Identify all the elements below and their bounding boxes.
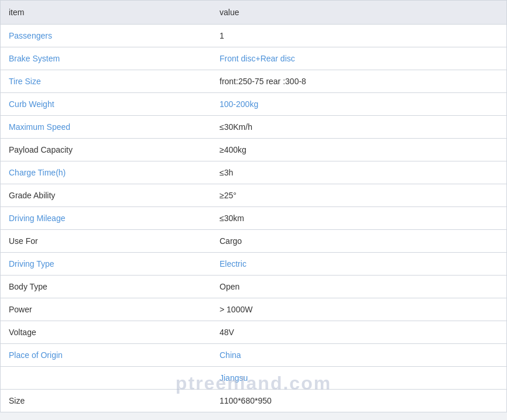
cell-value: > 1000W [211,298,506,321]
cell-value: ≥25° [211,184,506,207]
cell-item: Curb Weight [1,93,211,116]
table-row: Grade Ability≥25° [1,184,506,207]
cell-value: ≤30km [211,207,506,230]
cell-value: 1 [211,25,506,47]
cell-item: Grade Ability [1,184,211,207]
table-row: Voltage48V [1,321,506,344]
cell-item: Body Type [1,276,211,298]
table-row: Curb Weight100-200kg [1,93,506,116]
table-row: Tire Sizefront:250-75 rear :300-8 [1,70,506,93]
table-row: Use ForCargo [1,230,506,253]
cell-item: Charge Time(h) [1,161,211,184]
cell-value: Electric [211,253,506,276]
cell-item: Brake System [1,47,211,70]
table-row: Payload Capacity≥400kg [1,139,506,161]
cell-item: Voltage [1,321,211,344]
cell-item: Use For [1,230,211,253]
cell-item: Tire Size [1,70,211,93]
cell-item [1,367,211,390]
specs-table-container: ptreenland.com item value Passengers1Bra… [0,0,507,412]
cell-value: Front disc+Rear disc [211,47,506,70]
cell-value: China [211,344,506,367]
cell-value: 100-200kg [211,93,506,116]
header-value: value [211,1,506,25]
cell-value: Jiangsu [211,367,506,390]
cell-value: front:250-75 rear :300-8 [211,70,506,93]
cell-item: Maximum Speed [1,116,211,139]
header-item: item [1,1,211,25]
table-row: Driving TypeElectric [1,253,506,276]
table-row: Charge Time(h)≤3h [1,161,506,184]
table-row: Driving Mileage≤30km [1,207,506,230]
cell-value: ≤30Km/h [211,116,506,139]
cell-value: ≥400kg [211,139,506,161]
table-row: Power> 1000W [1,298,506,321]
table-row: Brake SystemFront disc+Rear disc [1,47,506,70]
cell-item: Driving Mileage [1,207,211,230]
table-row: Maximum Speed≤30Km/h [1,116,506,139]
cell-item: Driving Type [1,253,211,276]
table-row: Place of OriginChina [1,344,506,367]
table-row: Size1100*680*950 [1,390,506,412]
cell-value: ≤3h [211,161,506,184]
cell-item: Payload Capacity [1,139,211,161]
table-row: Passengers1 [1,25,506,47]
table-row: Body TypeOpen [1,276,506,298]
cell-item: Size [1,390,211,412]
cell-value: Cargo [211,230,506,253]
specs-table: item value Passengers1Brake SystemFront … [1,1,506,412]
cell-value: 48V [211,321,506,344]
table-row: Jiangsu [1,367,506,390]
cell-value: 1100*680*950 [211,390,506,412]
cell-item: Power [1,298,211,321]
cell-item: Place of Origin [1,344,211,367]
table-header-row: item value [1,1,506,25]
cell-item: Passengers [1,25,211,47]
cell-value: Open [211,276,506,298]
